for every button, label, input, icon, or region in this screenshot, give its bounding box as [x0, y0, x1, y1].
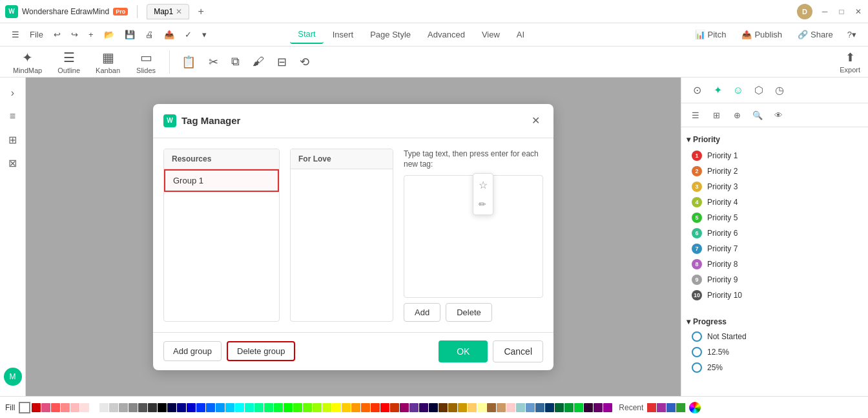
color-swatch[interactable] [574, 403, 583, 412]
color-swatch[interactable] [458, 403, 467, 412]
menu-tab-view[interactable]: View [474, 26, 508, 43]
color-swatch[interactable] [129, 403, 138, 412]
menu-tab-ai[interactable]: AI [509, 26, 532, 43]
slides-tool[interactable]: ▭ Slides [130, 47, 161, 77]
check-button[interactable]: ✓ [181, 27, 196, 42]
color-swatch[interactable] [61, 403, 70, 412]
color-swatch[interactable] [332, 403, 341, 412]
tag-delete-button[interactable]: Delete [446, 303, 492, 322]
menu-tab-pagestyle[interactable]: Page Style [362, 26, 418, 43]
color-swatch[interactable] [90, 403, 99, 412]
redo-button[interactable]: ↪ [67, 27, 82, 42]
color-swatch[interactable] [361, 403, 370, 412]
rs-sub-add[interactable]: ⊕ [728, 106, 746, 124]
print-button[interactable]: 🖨 [141, 27, 158, 42]
color-swatch[interactable] [119, 403, 128, 412]
progress-item[interactable]: 12.5% [687, 344, 863, 360]
color-swatch[interactable] [322, 403, 331, 412]
color-swatch[interactable] [468, 403, 477, 412]
delete-group-button[interactable]: Delete group [227, 341, 295, 361]
open-button[interactable]: 📂 [100, 27, 118, 42]
priority-item[interactable]: 9 Priority 9 [687, 272, 863, 287]
color-swatch[interactable] [477, 403, 486, 412]
color-swatch[interactable] [225, 403, 234, 412]
star-icon[interactable]: ☆ [479, 179, 488, 191]
color-swatch[interactable] [235, 403, 244, 412]
undo-button[interactable]: ↩ [50, 27, 65, 42]
recent-swatch-3[interactable] [666, 403, 676, 412]
local-save-button[interactable]: 💾 [121, 27, 139, 42]
color-swatch[interactable] [342, 403, 351, 412]
rs-tab-clock[interactable]: ◷ [769, 80, 790, 101]
color-swatch[interactable] [564, 403, 574, 412]
export-button[interactable]: ⬆ Export [840, 50, 860, 74]
color-swatch[interactable] [429, 403, 438, 412]
color-swatch[interactable] [516, 403, 525, 412]
color-swatch[interactable] [138, 403, 147, 412]
priority-item[interactable]: 3 Priority 3 [687, 179, 863, 194]
recent-swatch-4[interactable] [676, 403, 685, 412]
sidebar-icon-2[interactable]: ⊞ [3, 129, 23, 150]
map-tab[interactable]: Map1 ✕ [147, 4, 189, 19]
priority-item[interactable]: 8 Priority 8 [687, 256, 863, 272]
priority-item[interactable]: 5 Priority 5 [687, 210, 863, 225]
color-swatch[interactable] [526, 403, 535, 412]
color-swatch[interactable] [245, 403, 254, 412]
publish-button[interactable]: 📤 Publish [736, 27, 787, 42]
progress-section-header[interactable]: ▾ Progress [687, 315, 863, 329]
color-swatch[interactable] [264, 403, 273, 412]
color-swatch[interactable] [400, 403, 409, 412]
color-swatch[interactable] [303, 403, 312, 412]
color-swatch[interactable] [439, 403, 448, 412]
color-swatch[interactable] [80, 403, 89, 412]
color-swatch[interactable] [371, 403, 380, 412]
color-swatch[interactable] [216, 403, 225, 412]
close-button[interactable]: ✕ [854, 7, 863, 16]
color-swatch[interactable] [487, 403, 496, 412]
rs-sub-search[interactable]: 🔍 [749, 106, 767, 124]
color-swatch[interactable] [32, 403, 41, 412]
priority-item[interactable]: 2 Priority 2 [687, 163, 863, 179]
rs-tab-node[interactable]: ⊙ [687, 80, 707, 101]
color-swatch[interactable] [284, 403, 293, 412]
color-swatch[interactable] [448, 403, 457, 412]
color-swatch[interactable] [51, 403, 60, 412]
format-btn[interactable]: 🖌 [249, 52, 268, 71]
recent-swatch-1[interactable] [647, 403, 656, 412]
sidebar-icon-3[interactable]: ⊠ [3, 152, 23, 173]
progress-item[interactable]: Not Started [687, 329, 863, 344]
rs-sub-list[interactable]: ☰ [687, 106, 705, 124]
help-button[interactable]: ?▾ [843, 27, 860, 42]
color-swatch[interactable] [177, 403, 186, 412]
connect-btn[interactable]: ⟲ [296, 52, 313, 72]
clipboard-btn[interactable]: 📋 [178, 52, 200, 72]
pitch-button[interactable]: 📊 Pitch [690, 27, 732, 42]
priority-item[interactable]: 4 Priority 4 [687, 194, 863, 210]
modal-close-button[interactable]: ✕ [528, 113, 543, 129]
modal-cancel-button[interactable]: Cancel [493, 340, 543, 362]
priority-item[interactable]: 7 Priority 7 [687, 241, 863, 256]
style-btn[interactable]: ⊟ [273, 52, 291, 72]
color-swatch[interactable] [99, 403, 108, 412]
priority-item[interactable]: 10 Priority 10 [687, 287, 863, 303]
tag-add-button[interactable]: Add [404, 303, 440, 322]
copy-btn[interactable]: ⧉ [227, 52, 243, 71]
progress-item[interactable]: 25% [687, 360, 863, 375]
priority-item[interactable]: 6 Priority 6 [687, 225, 863, 241]
color-swatch[interactable] [313, 403, 322, 412]
color-swatch[interactable] [351, 403, 360, 412]
color-swatch[interactable] [148, 403, 157, 412]
color-swatch[interactable] [419, 403, 428, 412]
color-swatch[interactable] [380, 403, 389, 412]
color-swatch[interactable] [390, 403, 399, 412]
color-swatch[interactable] [594, 403, 603, 412]
export-btn-menu[interactable]: 📤 [160, 27, 178, 42]
color-swatch[interactable] [196, 403, 205, 412]
tab-close-icon[interactable]: ✕ [176, 7, 182, 16]
mindmap-tool[interactable]: ✦ MindMap [8, 47, 47, 77]
outline-tool[interactable]: ☰ Outline [52, 47, 85, 77]
color-swatch[interactable] [206, 403, 215, 412]
color-swatch[interactable] [545, 403, 554, 412]
menu-tab-start[interactable]: Start [290, 25, 323, 44]
color-swatch[interactable] [535, 403, 544, 412]
